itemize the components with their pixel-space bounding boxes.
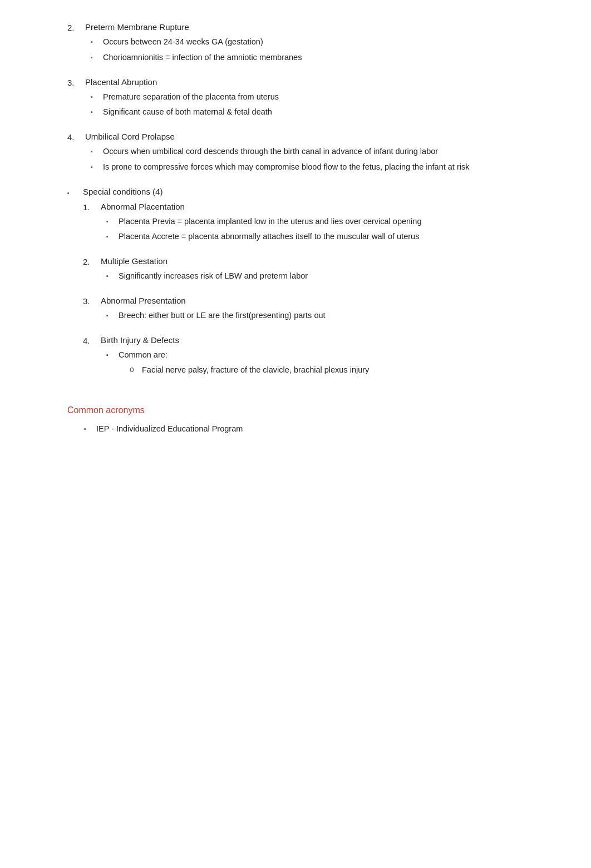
bullet-text: Common are: (119, 349, 524, 361)
list-item: Premature separation of the placenta fro… (85, 91, 524, 103)
bullet-icon (91, 161, 103, 173)
bullet-text: Premature separation of the placenta fro… (103, 91, 524, 103)
bullet-list: Significantly increases risk of LBW and … (101, 270, 524, 282)
item-title: Birth Injury & Defects (101, 335, 524, 345)
item-content: Abnormal Presentation Breech: either but… (101, 296, 524, 325)
bullet-icon (106, 310, 119, 322)
list-item: Common are: (101, 349, 524, 361)
list-item: Placenta Previa = placenta implanted low… (101, 216, 524, 228)
bullet-text: Breech: either butt or LE are the first(… (119, 310, 524, 322)
bullet-text: Is prone to compressive forces which may… (103, 161, 524, 173)
bullet-list: Occurs between 24-34 weeks GA (gestation… (85, 36, 524, 64)
item-title: Abnormal Presentation (101, 296, 524, 305)
item-content: Umbilical Cord Prolapse Occurs when umbi… (85, 132, 524, 177)
list-item: Is prone to compressive forces which may… (85, 161, 524, 173)
bullet-text: IEP - Individualized Educational Program (96, 423, 524, 435)
special-item-1: 1. Abnormal Placentation Placenta Previa… (83, 202, 524, 247)
list-item: Breech: either butt or LE are the first(… (101, 310, 524, 322)
bullet-text: Occurs between 24-34 weeks GA (gestation… (103, 36, 524, 48)
item-title: Multiple Gestation (101, 256, 524, 266)
bullet-icon (91, 52, 103, 64)
list-item: Significant cause of both maternal & fet… (85, 106, 524, 118)
item-number: 4. (83, 335, 101, 379)
bullet-icon (106, 231, 119, 243)
list-item: Significantly increases risk of LBW and … (101, 270, 524, 282)
special-item-4: 4. Birth Injury & Defects Common are: o … (83, 335, 524, 379)
bullet-text: Significantly increases risk of LBW and … (119, 270, 524, 282)
bullet-text: Significant cause of both maternal & fet… (103, 106, 524, 118)
list-item: Chorioamnionitis = infection of the amni… (85, 52, 524, 64)
item-content: Preterm Membrane Rupture Occurs between … (85, 22, 524, 67)
numbered-item-4: 4. Umbilical Cord Prolapse Occurs when u… (67, 132, 524, 177)
special-conditions-title: Special conditions (4) (83, 187, 524, 196)
item-number: 3. (67, 77, 85, 122)
bullet-icon (91, 106, 103, 118)
bullet-list: Common are: (101, 349, 524, 361)
list-item: Occurs when umbilical cord descends thro… (85, 146, 524, 158)
bullet-icon (106, 349, 119, 361)
item-number: 2. (67, 22, 85, 67)
bullet-icon (106, 216, 119, 228)
item-title: Abnormal Placentation (101, 202, 524, 211)
special-item-3: 3. Abnormal Presentation Breech: either … (83, 296, 524, 325)
sub-bullet-icon: o (130, 364, 142, 376)
bullet-text: Placenta Previa = placenta implanted low… (119, 216, 524, 228)
bullet-icon (91, 146, 103, 158)
item-title: Preterm Membrane Rupture (85, 22, 524, 32)
bullet-text: Occurs when umbilical cord descends thro… (103, 146, 524, 158)
item-content: Abnormal Placentation Placenta Previa = … (101, 202, 524, 247)
special-conditions-section: Special conditions (4) 1. Abnormal Place… (67, 187, 524, 389)
item-number: 3. (83, 296, 101, 325)
outer-bullet-icon (67, 187, 83, 389)
bullet-icon (91, 36, 103, 48)
bullet-list: Premature separation of the placenta fro… (85, 91, 524, 119)
item-content: Placental Abruption Premature separation… (85, 77, 524, 122)
sub-bullet-text: Facial nerve palsy, fracture of the clav… (142, 364, 524, 376)
item-number: 4. (67, 132, 85, 177)
acronyms-list: IEP - Individualized Educational Program (67, 423, 524, 435)
item-number: 2. (83, 256, 101, 286)
page-content: 2. Preterm Membrane Rupture Occurs betwe… (67, 22, 524, 435)
bullet-text: Placenta Accrete = placenta abnormally a… (119, 231, 524, 243)
bullet-list: Placenta Previa = placenta implanted low… (101, 216, 524, 244)
special-conditions-content: Special conditions (4) 1. Abnormal Place… (83, 187, 524, 389)
item-number: 1. (83, 202, 101, 247)
common-acronyms-heading: Common acronyms (67, 405, 524, 415)
item-content: Multiple Gestation Significantly increas… (101, 256, 524, 286)
bullet-list: Occurs when umbilical cord descends thro… (85, 146, 524, 173)
special-item-2: 2. Multiple Gestation Significantly incr… (83, 256, 524, 286)
list-item: IEP - Individualized Educational Program (78, 423, 524, 435)
bullet-icon (91, 91, 103, 103)
bullet-text: Chorioamnionitis = infection of the amni… (103, 52, 524, 64)
bullet-list: Breech: either butt or LE are the first(… (101, 310, 524, 322)
list-item: Occurs between 24-34 weeks GA (gestation… (85, 36, 524, 48)
sub-bullet-item: o Facial nerve palsy, fracture of the cl… (101, 364, 524, 376)
item-title: Umbilical Cord Prolapse (85, 132, 524, 141)
bullet-icon (106, 270, 119, 282)
list-item: Placenta Accrete = placenta abnormally a… (101, 231, 524, 243)
bullet-icon (84, 423, 96, 435)
top-numbered-list: 2. Preterm Membrane Rupture Occurs betwe… (67, 22, 524, 177)
item-content: Birth Injury & Defects Common are: o Fac… (101, 335, 524, 379)
item-title: Placental Abruption (85, 77, 524, 87)
numbered-item-2: 2. Preterm Membrane Rupture Occurs betwe… (67, 22, 524, 67)
numbered-item-3: 3. Placental Abruption Premature separat… (67, 77, 524, 122)
